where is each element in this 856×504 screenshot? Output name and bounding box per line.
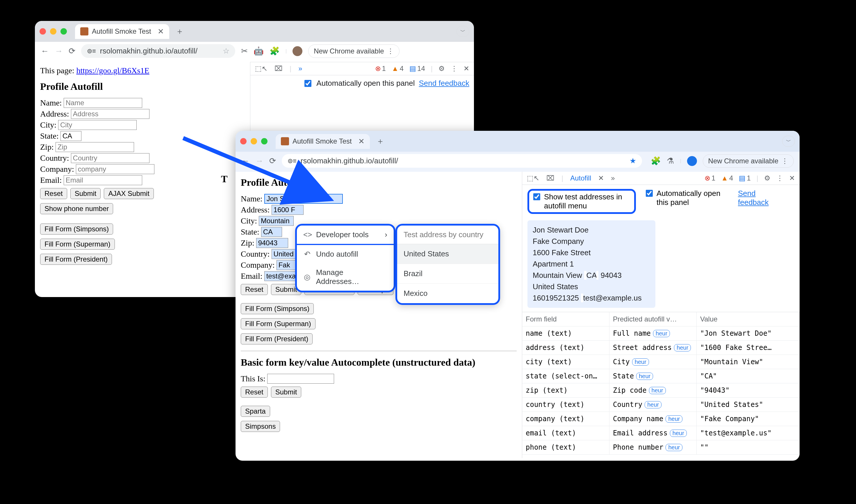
submenu-brazil[interactable]: Brazil <box>397 264 498 284</box>
back-button[interactable]: ← <box>241 156 249 166</box>
state-select[interactable] <box>261 227 282 237</box>
devtools-close-icon[interactable]: ✕ <box>789 174 795 182</box>
tab-close-icon[interactable]: ✕ <box>358 137 364 146</box>
ajax-submit-button[interactable]: AJAX Submit <box>104 188 154 199</box>
chrome-menu-icon[interactable]: ⋮ <box>387 47 394 55</box>
email-input[interactable] <box>64 175 142 185</box>
table-row[interactable]: address (text)Street address heur"1600 F… <box>522 341 800 355</box>
settings-icon[interactable]: ⚙ <box>764 174 770 182</box>
address-input[interactable] <box>71 109 149 119</box>
company-input[interactable] <box>76 164 155 174</box>
fill-superman-button[interactable]: Fill Form (Superman) <box>241 318 316 329</box>
name-input[interactable] <box>64 98 142 108</box>
table-row[interactable]: company (text)Company name heur"Fake Com… <box>522 412 800 426</box>
tab-autofill[interactable]: Autofill <box>570 174 591 182</box>
address-bar[interactable]: ⊚≡ rsolomakhin.github.io/autofill/ ★ <box>282 154 642 168</box>
reset-button[interactable]: Reset <box>241 284 268 295</box>
table-row[interactable]: email (text)Email address heur"test@exam… <box>522 426 800 440</box>
error-icon[interactable]: ⊗ <box>375 65 381 73</box>
tabs-menu-button[interactable]: ﹀ <box>782 136 795 147</box>
more-tabs-icon[interactable]: » <box>298 65 302 73</box>
table-row[interactable]: state (select-on…State heur"CA" <box>522 369 800 383</box>
sparta-button[interactable]: Sparta <box>241 406 270 417</box>
auto-open-checkbox[interactable] <box>304 80 311 87</box>
extensions-icon[interactable]: 🧩 <box>269 46 280 56</box>
chrome-menu-icon[interactable]: ⋮ <box>781 157 788 165</box>
table-row[interactable]: name (text)Full name heur"Jon Stewart Do… <box>522 326 800 341</box>
menu-undo-row[interactable]: ↶ Undo autofill <box>297 245 394 263</box>
city-input[interactable] <box>259 216 294 226</box>
site-info-icon[interactable]: ⊚≡ <box>288 157 297 165</box>
menu-manage-row[interactable]: ◎ Manage Addresses… <box>297 263 394 291</box>
labs-icon[interactable]: ⚗ <box>667 156 674 166</box>
table-row[interactable]: zip (text)Zip code heur"94043" <box>522 383 800 398</box>
zip-input[interactable] <box>256 238 288 248</box>
table-row[interactable]: country (text)Country heur"United States… <box>522 398 800 412</box>
this-page-link[interactable]: https://goo.gl/B6Xs1E <box>76 66 149 75</box>
warn-icon[interactable]: ▲ <box>721 174 728 182</box>
device-icon[interactable]: ⌧ <box>274 65 283 73</box>
send-feedback-link[interactable]: Send feedback <box>738 189 776 207</box>
inspect-icon[interactable]: ⬚↖ <box>527 174 539 182</box>
maximize-window-icon[interactable] <box>261 138 268 144</box>
city-input[interactable] <box>58 120 137 130</box>
submenu-us[interactable]: United States <box>397 244 498 264</box>
address-input[interactable] <box>271 205 304 215</box>
inspect-icon[interactable]: ⬚↖ <box>255 65 268 73</box>
tab-close-icon[interactable]: ✕ <box>158 27 164 36</box>
close-window-icon[interactable] <box>240 138 247 144</box>
browser-tab[interactable]: Autofill Smoke Test ✕ <box>275 134 370 149</box>
msg-icon[interactable]: ▤ <box>739 174 746 182</box>
scissors-icon[interactable]: ✂ <box>241 46 248 56</box>
this-is-input[interactable] <box>267 374 334 384</box>
state-select[interactable] <box>60 131 82 141</box>
profile-avatar[interactable] <box>292 46 302 56</box>
minimize-window-icon[interactable] <box>251 138 257 144</box>
extensions-icon[interactable]: 🧩 <box>651 156 661 166</box>
new-tab-button[interactable]: ＋ <box>376 136 385 147</box>
fill-superman-button[interactable]: Fill Form (Superman) <box>40 239 115 250</box>
devtools-menu-icon[interactable]: ⋮ <box>451 65 458 73</box>
minimize-window-icon[interactable] <box>50 28 56 35</box>
devtools-menu-icon[interactable]: ⋮ <box>776 174 783 182</box>
table-row[interactable]: city (text)City heur"Mountain View" <box>522 355 800 369</box>
device-icon[interactable]: ⌧ <box>546 174 554 182</box>
back-button[interactable]: ← <box>41 47 49 56</box>
reload-button[interactable]: ⟳ <box>69 46 75 56</box>
maximize-window-icon[interactable] <box>60 28 67 35</box>
devtools-close-icon[interactable]: ✕ <box>463 65 469 73</box>
warn-icon[interactable]: ▲ <box>392 65 399 73</box>
address-bar[interactable]: ⊚≡ rsolomakhin.github.io/autofill/ ☆ <box>81 44 235 58</box>
bookmark-icon[interactable]: ★ <box>629 156 636 165</box>
fill-president-button[interactable]: Fill Form (President) <box>40 254 112 265</box>
settings-icon[interactable]: ⚙ <box>439 65 445 73</box>
menu-devtools-row[interactable]: <> Developer tools › <box>297 226 394 245</box>
tabs-menu-button[interactable]: ﹀ <box>457 26 469 37</box>
name-input[interactable] <box>264 194 343 204</box>
auto-open-checkbox[interactable] <box>646 190 653 197</box>
show-test-addresses-option[interactable]: Show test addresses in autofill menu <box>528 189 636 214</box>
simpsons-button[interactable]: Simpsons <box>241 421 280 432</box>
basic-submit-button[interactable]: Submit <box>271 386 302 398</box>
reset-button[interactable]: Reset <box>40 188 67 199</box>
msg-icon[interactable]: ▤ <box>409 65 416 73</box>
send-feedback-link[interactable]: Send feedback <box>419 79 469 88</box>
new-chrome-pill[interactable]: New Chrome available ⋮ <box>308 44 399 58</box>
zip-input[interactable] <box>55 142 134 152</box>
country-input[interactable] <box>71 153 149 163</box>
table-row[interactable]: phone (text)Phone number heur"" <box>522 440 800 455</box>
profile-avatar[interactable] <box>687 156 697 166</box>
site-info-icon[interactable]: ⊚≡ <box>87 47 96 55</box>
new-chrome-pill[interactable]: New Chrome available ⋮ <box>703 154 794 168</box>
fill-simpsons-button[interactable]: Fill Form (Simpsons) <box>241 303 314 314</box>
submenu-mexico[interactable]: Mexico <box>397 284 498 303</box>
fill-simpsons-button[interactable]: Fill Form (Simpsons) <box>40 223 113 235</box>
robot-icon[interactable]: 🤖 <box>253 46 264 56</box>
show-test-addresses-checkbox[interactable] <box>533 193 540 200</box>
submit-button[interactable]: Submit <box>70 188 101 199</box>
bookmark-icon[interactable]: ☆ <box>223 47 229 55</box>
close-window-icon[interactable] <box>39 28 46 35</box>
reload-button[interactable]: ⟳ <box>269 156 276 166</box>
new-tab-button[interactable]: ＋ <box>176 26 184 37</box>
more-tabs-icon[interactable]: » <box>611 174 615 182</box>
